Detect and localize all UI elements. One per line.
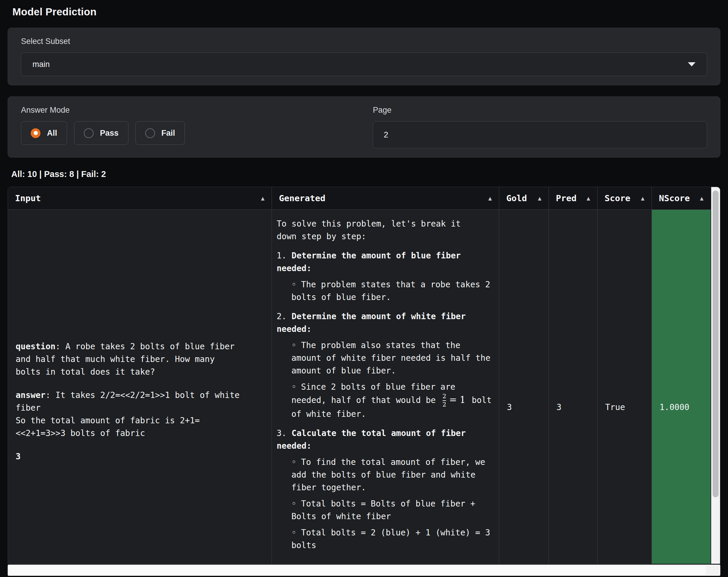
circle-bullet-icon: ◦ — [291, 457, 296, 467]
circle-bullet-icon: ◦ — [291, 340, 296, 350]
radio-dot-icon — [34, 131, 38, 135]
generated-bullet: ◦The problem also states that the amount… — [277, 339, 496, 377]
generated-bullet: ◦Total bolts = 2 (blue) + 1 (white) = 3 … — [277, 526, 496, 552]
cell-score: True — [598, 210, 652, 564]
horizontal-scrollbar[interactable] — [8, 565, 720, 576]
results-table: Input ▲ Generated ▲ Gold ▲ Pred ▲ Score — [8, 187, 720, 564]
subset-panel: Select Subset main — [8, 28, 720, 85]
table-header-row: Input ▲ Generated ▲ Gold ▲ Pred ▲ Score — [8, 187, 711, 210]
cell-generated: To solve this problem, let's break it do… — [272, 210, 499, 564]
cell-pred: 3 — [549, 210, 598, 564]
radio-unselected-icon — [84, 128, 94, 138]
column-header-pred[interactable]: Pred ▲ — [549, 187, 598, 210]
generated-bullet-math: ◦Since 2 bolts of blue fiber are needed,… — [277, 381, 496, 420]
radio-option-label: Fail — [161, 129, 175, 138]
chevron-down-icon — [688, 62, 696, 66]
radio-option-pass[interactable]: Pass — [74, 121, 128, 145]
sort-asc-icon[interactable]: ▲ — [488, 195, 492, 202]
column-header-score[interactable]: Score ▲ — [598, 187, 652, 210]
page-field-label: Page — [373, 106, 707, 115]
sort-asc-icon[interactable]: ▲ — [587, 195, 590, 202]
page-field-group: Page — [373, 106, 707, 148]
column-header-input[interactable]: Input ▲ — [8, 187, 272, 210]
radio-option-label: All — [47, 129, 57, 138]
sort-asc-icon[interactable]: ▲ — [700, 195, 703, 202]
answer-mode-group: Answer Mode All Pass Fail — [21, 106, 355, 148]
page-input[interactable] — [373, 121, 707, 148]
cell-input: question: A robe takes 2 bolts of blue f… — [8, 210, 272, 564]
generated-step-2: 2. Determine the amount of white fiber n… — [277, 310, 496, 335]
generated-bullet: ◦Total bolts = Bolts of blue fiber + Bol… — [277, 497, 496, 523]
table-row: question: A robe takes 2 bolts of blue f… — [8, 210, 711, 564]
table-body[interactable]: question: A robe takes 2 bolts of blue f… — [8, 210, 711, 564]
answer-mode-options: All Pass Fail — [21, 121, 355, 145]
input-final-answer: 3 — [16, 450, 264, 463]
circle-bullet-icon: ◦ — [291, 280, 296, 290]
circle-bullet-icon: ◦ — [291, 382, 296, 392]
circle-bullet-icon: ◦ — [291, 499, 296, 509]
generated-step-1: 1. Determine the amount of blue fiber ne… — [277, 249, 496, 275]
math-equals: = 1 — [449, 394, 466, 405]
radio-option-all[interactable]: All — [21, 121, 67, 145]
cell-nscore: 1.0000 — [652, 210, 710, 564]
column-header-nscore[interactable]: NScore ▲ — [652, 187, 710, 210]
sort-asc-icon[interactable]: ▲ — [641, 195, 645, 202]
cell-gold: 3 — [499, 210, 549, 564]
column-header-generated[interactable]: Generated ▲ — [272, 187, 499, 210]
radio-selected-icon — [31, 128, 41, 138]
column-header-gold[interactable]: Gold ▲ — [499, 187, 549, 210]
stats-summary: All: 10 | Pass: 8 | Fail: 2 — [11, 169, 720, 179]
generated-step-3: 3. Calculate the total amount of fiber n… — [277, 427, 496, 452]
input-answer: answer: It takes 2/2=<<2/2=1>>1 bolt of … — [16, 389, 264, 440]
page-title: Model Prediction — [12, 6, 720, 18]
sort-asc-icon[interactable]: ▲ — [261, 195, 264, 202]
generated-bullet: ◦To find the total amount of fiber, we a… — [277, 456, 496, 494]
vertical-scrollbar[interactable] — [711, 187, 720, 564]
subset-dropdown-value: main — [32, 60, 50, 69]
math-fraction: 22 — [443, 393, 446, 408]
controls-panel: Answer Mode All Pass Fail Page — [8, 97, 720, 158]
radio-option-fail[interactable]: Fail — [135, 121, 185, 145]
generated-bullet: ◦The problem states that a robe takes 2 … — [277, 278, 496, 304]
radio-unselected-icon — [145, 128, 155, 138]
sort-asc-icon[interactable]: ▲ — [538, 195, 541, 202]
input-question: question: A robe takes 2 bolts of blue f… — [16, 340, 264, 378]
vertical-scrollbar-thumb[interactable] — [713, 191, 719, 497]
circle-bullet-icon: ◦ — [291, 528, 296, 538]
results-table-main: Input ▲ Generated ▲ Gold ▲ Pred ▲ Score — [8, 187, 711, 564]
subset-dropdown[interactable]: main — [21, 53, 707, 76]
model-prediction-page: Model Prediction Select Subset main Answ… — [0, 0, 728, 577]
horizontal-scrollbar-thumb[interactable] — [9, 566, 706, 575]
subset-label: Select Subset — [21, 37, 707, 46]
answer-mode-label: Answer Mode — [21, 106, 355, 115]
generated-intro: To solve this problem, let's break it do… — [277, 217, 496, 243]
radio-option-label: Pass — [100, 129, 119, 138]
